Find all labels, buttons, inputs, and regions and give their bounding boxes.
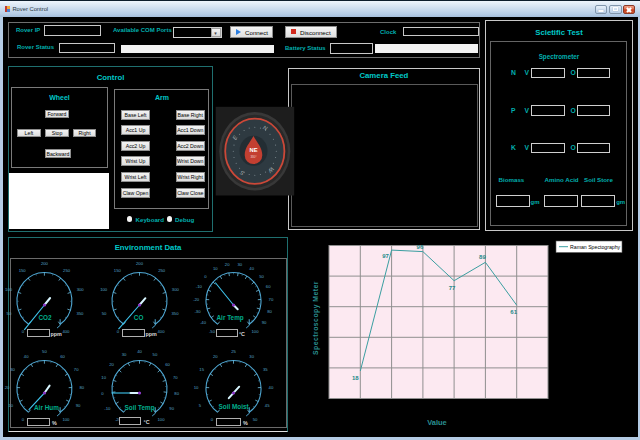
svg-text:350: 350 <box>76 311 84 316</box>
svg-text:80: 80 <box>267 309 272 314</box>
svg-text:40: 40 <box>249 266 254 271</box>
svg-text:50: 50 <box>102 311 107 316</box>
svg-text:-10: -10 <box>196 284 203 289</box>
svg-text:77: 77 <box>449 285 456 291</box>
svg-text:20: 20 <box>5 385 10 390</box>
svg-text:50: 50 <box>153 352 158 357</box>
svg-text:250: 250 <box>158 268 166 273</box>
svg-text:200: 200 <box>41 261 49 266</box>
svg-text:300: 300 <box>172 287 180 292</box>
svg-text:0: 0 <box>204 274 207 279</box>
svg-text:400: 400 <box>158 329 166 334</box>
svg-text:45: 45 <box>265 403 270 408</box>
svg-text:80: 80 <box>174 391 179 396</box>
svg-text:Raman Spectography: Raman Spectography <box>570 244 621 250</box>
svg-text:330°: 330° <box>250 155 257 159</box>
svg-text:20: 20 <box>213 354 218 359</box>
svg-text:30: 30 <box>10 367 15 372</box>
svg-text:-40: -40 <box>200 320 207 325</box>
svg-text:80: 80 <box>79 385 84 390</box>
svg-text:300: 300 <box>77 287 85 292</box>
svg-text:60: 60 <box>165 362 170 367</box>
svg-text:400: 400 <box>62 329 70 334</box>
svg-text:100: 100 <box>100 287 108 292</box>
svg-text:-50: -50 <box>209 329 216 334</box>
svg-text:200: 200 <box>136 261 144 266</box>
svg-text:-10: -10 <box>104 406 111 411</box>
svg-text:50: 50 <box>7 311 12 316</box>
svg-text:30: 30 <box>237 262 242 267</box>
svg-text:50: 50 <box>259 274 264 279</box>
svg-text:Spectroscopy Meter: Spectroscopy Meter <box>312 281 320 355</box>
svg-text:0: 0 <box>211 417 214 422</box>
svg-text:50: 50 <box>253 417 258 422</box>
svg-text:10: 10 <box>101 375 106 380</box>
svg-text:89: 89 <box>479 254 486 260</box>
svg-text:5: 5 <box>199 403 202 408</box>
svg-text:35: 35 <box>263 367 268 372</box>
svg-text:90: 90 <box>76 403 81 408</box>
svg-text:25: 25 <box>231 349 236 354</box>
svg-text:20: 20 <box>225 262 230 267</box>
svg-text:10: 10 <box>194 385 199 390</box>
svg-text:70: 70 <box>74 367 79 372</box>
svg-text:30: 30 <box>122 352 127 357</box>
svg-text:40: 40 <box>269 385 274 390</box>
svg-text:150: 150 <box>114 268 122 273</box>
svg-text:0: 0 <box>22 417 25 422</box>
svg-text:96: 96 <box>417 244 424 250</box>
svg-text:Value: Value <box>427 418 447 427</box>
svg-text:100: 100 <box>5 287 13 292</box>
svg-text:90: 90 <box>262 320 267 325</box>
svg-text:0: 0 <box>117 329 120 334</box>
svg-text:150: 150 <box>19 268 27 273</box>
svg-text:61: 61 <box>510 309 517 315</box>
svg-text:20: 20 <box>109 362 114 367</box>
svg-text:-30: -30 <box>194 309 201 314</box>
svg-text:10: 10 <box>8 403 13 408</box>
svg-text:60: 60 <box>60 354 65 359</box>
svg-text:0: 0 <box>22 329 25 334</box>
svg-text:97: 97 <box>382 253 389 259</box>
svg-text:15: 15 <box>199 367 204 372</box>
svg-text:30: 30 <box>249 354 254 359</box>
svg-text:100: 100 <box>158 417 166 422</box>
svg-text:70: 70 <box>269 297 274 302</box>
svg-text:NE: NE <box>249 147 257 153</box>
svg-text:50: 50 <box>42 349 47 354</box>
svg-text:350: 350 <box>172 311 180 316</box>
svg-text:100: 100 <box>62 417 70 422</box>
svg-text:60: 60 <box>266 284 271 289</box>
svg-text:-20: -20 <box>193 297 200 302</box>
svg-text:10: 10 <box>213 266 218 271</box>
svg-text:0: 0 <box>101 391 104 396</box>
svg-text:70: 70 <box>173 375 178 380</box>
svg-text:40: 40 <box>24 354 29 359</box>
svg-text:18: 18 <box>352 375 359 381</box>
svg-text:100: 100 <box>252 329 260 334</box>
svg-text:90: 90 <box>169 406 174 411</box>
svg-text:40: 40 <box>137 349 142 354</box>
svg-text:250: 250 <box>63 268 71 273</box>
